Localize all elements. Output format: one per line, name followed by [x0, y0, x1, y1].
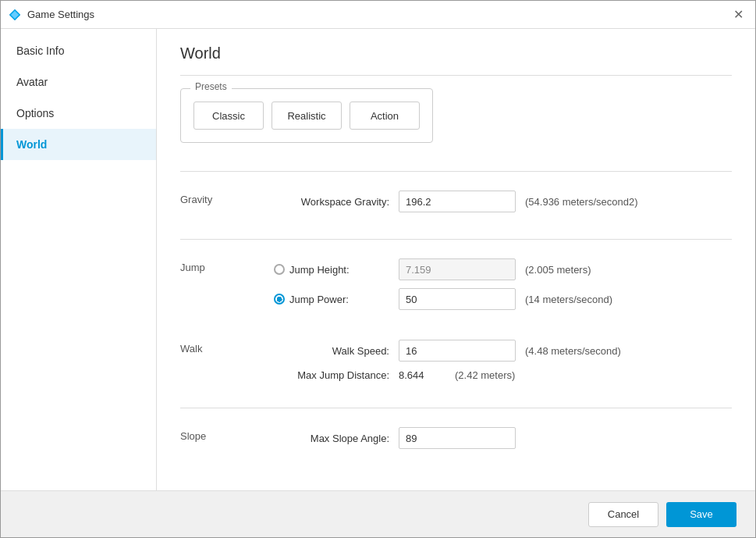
max-slope-angle-label: Max Slope Angle: [274, 433, 399, 444]
walk-speed-unit: (4.48 meters/second) [525, 345, 621, 357]
sidebar: Basic Info Avatar Options World [1, 29, 157, 490]
sidebar-item-world[interactable]: World [1, 129, 156, 160]
walk-fields: Walk Speed: (4.48 meters/second) Max Jum… [274, 340, 732, 389]
jump-power-input[interactable] [399, 288, 516, 310]
sidebar-item-basic-info[interactable]: Basic Info [1, 35, 156, 66]
max-jump-distance-value: 8.644 [399, 369, 445, 381]
workspace-gravity-label: Workspace Gravity: [274, 196, 399, 208]
jump-section: Jump Jump Height: (2.005 meters) Jump [180, 252, 732, 324]
max-slope-angle-input[interactable] [399, 427, 516, 449]
slope-fields: Max Slope Angle: [274, 427, 732, 457]
sidebar-item-world-label: World [16, 138, 47, 151]
slope-section: Slope Max Slope Angle: [180, 421, 732, 463]
jump-row: Jump Jump Height: (2.005 meters) Jump [180, 252, 732, 324]
jump-height-input[interactable] [399, 258, 516, 280]
walk-label: Walk [180, 340, 274, 355]
gravity-row: Gravity Workspace Gravity: (54.936 meter… [180, 184, 732, 226]
jump-height-radio[interactable] [274, 264, 285, 275]
jump-fields: Jump Height: (2.005 meters) Jump Power: … [274, 258, 732, 318]
gravity-fields: Workspace Gravity: (54.936 meters/second… [274, 191, 732, 220]
presets-divider [180, 171, 732, 172]
preset-classic-button[interactable]: Classic [193, 102, 264, 130]
workspace-gravity-input[interactable] [399, 191, 516, 212]
window-title: Game Settings [27, 9, 94, 20]
jump-label: Jump [180, 258, 274, 273]
sidebar-item-avatar[interactable]: Avatar [1, 66, 156, 98]
sidebar-item-options-label: Options [16, 107, 54, 119]
preset-realistic-button[interactable]: Realistic [272, 102, 342, 130]
max-slope-angle-row: Max Slope Angle: [274, 427, 732, 449]
cancel-button[interactable]: Cancel [588, 502, 658, 527]
walk-row: Walk Walk Speed: (4.48 meters/second) Ma… [180, 333, 732, 395]
presets-legend: Presets [190, 81, 232, 92]
main-content: World Presets Classic Realistic Action G… [157, 29, 755, 490]
walk-divider [180, 408, 732, 408]
jump-height-unit: (2.005 meters) [525, 264, 591, 276]
jump-power-row: Jump Power: (14 meters/second) [274, 288, 732, 310]
jump-height-label: Jump Height: [289, 264, 399, 276]
title-divider [180, 75, 732, 76]
game-icon [9, 9, 21, 21]
workspace-gravity-unit: (54.936 meters/second2) [525, 196, 638, 208]
preset-action-button[interactable]: Action [350, 102, 420, 130]
presets-buttons: Classic Realistic Action [193, 102, 420, 130]
gravity-label: Gravity [180, 191, 274, 205]
walk-speed-input[interactable] [399, 340, 516, 362]
walk-speed-label: Walk Speed: [274, 345, 399, 357]
workspace-gravity-row: Workspace Gravity: (54.936 meters/second… [274, 191, 732, 212]
game-settings-window: Game Settings ✕ Basic Info Avatar Option… [0, 0, 756, 538]
close-button[interactable]: ✕ [729, 5, 747, 24]
jump-height-row: Jump Height: (2.005 meters) [274, 258, 732, 280]
gravity-section: Gravity Workspace Gravity: (54.936 meter… [180, 184, 732, 226]
slope-label: Slope [180, 427, 274, 442]
save-button[interactable]: Save [666, 502, 736, 527]
title-bar: Game Settings ✕ [1, 1, 755, 29]
page-title: World [180, 45, 732, 62]
jump-power-unit: (14 meters/second) [525, 294, 612, 305]
sidebar-item-basic-info-label: Basic Info [16, 45, 64, 57]
jump-power-label: Jump Power: [289, 294, 399, 305]
jump-power-radio[interactable] [274, 294, 285, 305]
slope-row: Slope Max Slope Angle: [180, 421, 732, 463]
footer: Cancel Save [1, 490, 755, 537]
presets-group: Presets Classic Realistic Action [180, 88, 433, 143]
walk-speed-row: Walk Speed: (4.48 meters/second) [274, 340, 732, 362]
max-jump-distance-row: Max Jump Distance: 8.644 (2.42 meters) [274, 369, 732, 381]
walk-section: Walk Walk Speed: (4.48 meters/second) Ma… [180, 333, 732, 395]
content-area: Basic Info Avatar Options World World Pr… [1, 29, 755, 490]
gravity-divider [180, 239, 732, 240]
max-jump-distance-label: Max Jump Distance: [274, 369, 399, 381]
sidebar-item-avatar-label: Avatar [16, 76, 48, 88]
max-jump-distance-unit: (2.42 meters) [455, 369, 515, 381]
title-bar-left: Game Settings [9, 9, 94, 21]
sidebar-item-options[interactable]: Options [1, 98, 156, 129]
